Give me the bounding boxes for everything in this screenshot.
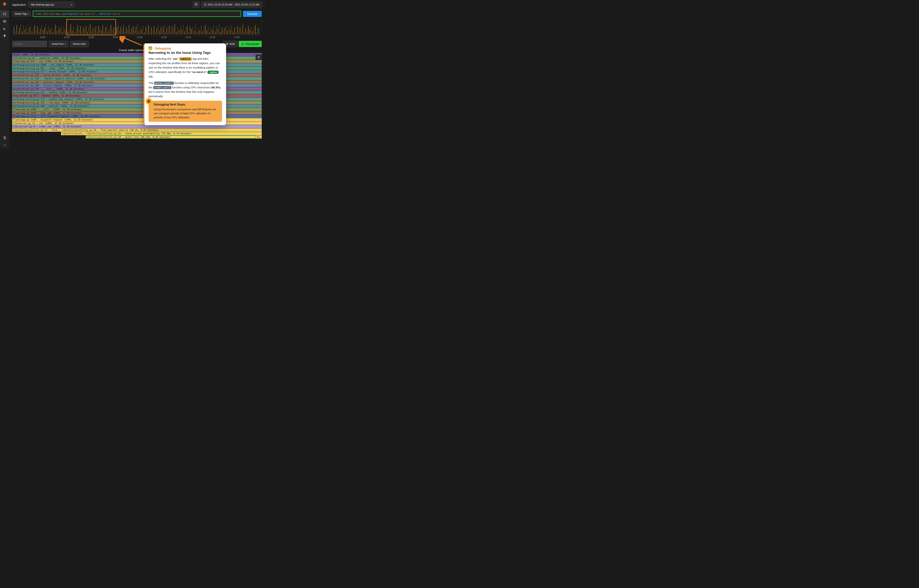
timeline-bar bbox=[14, 26, 14, 34]
timeline-bar bbox=[150, 31, 150, 34]
caret-down-icon: ▾ bbox=[27, 13, 29, 15]
timeline-bar bbox=[29, 27, 29, 34]
flame-frame[interactable]: lib/utility/utili bbox=[61, 132, 86, 135]
timeline-tick: 11:20 bbox=[225, 36, 249, 39]
timeline-bar bbox=[27, 32, 28, 34]
timeline-bar bbox=[204, 27, 204, 34]
timeline-bar bbox=[21, 24, 21, 34]
flame-frame[interactable]: lib/utility/utility.py:25 – check_driver… bbox=[86, 132, 262, 135]
timeline-bar bbox=[122, 29, 123, 34]
chart-icon[interactable] bbox=[0, 25, 9, 32]
svg-rect-1 bbox=[3, 20, 5, 23]
timeline-bar bbox=[110, 28, 110, 34]
timeline-bar bbox=[157, 28, 157, 34]
timeline-bar bbox=[245, 28, 246, 34]
timeline-bar bbox=[97, 31, 97, 34]
timeline-bar bbox=[211, 27, 211, 34]
flame-frame[interactable]: lib/ bbox=[256, 136, 262, 139]
timeline-bar bbox=[259, 29, 260, 34]
docs-icon[interactable] bbox=[0, 134, 9, 142]
timeline-bar bbox=[104, 32, 104, 34]
timeline-bar bbox=[216, 26, 217, 34]
timeline-bar bbox=[242, 24, 243, 34]
timeline-bar bbox=[118, 26, 118, 34]
timeline-bar bbox=[92, 31, 92, 34]
timeline-bar bbox=[99, 26, 99, 34]
timeline-bar bbox=[208, 26, 208, 34]
select-tag-dropdown[interactable]: Select Tag ▾ bbox=[12, 11, 31, 16]
reset-view-button[interactable]: Reset View bbox=[70, 41, 89, 47]
timeline-bar bbox=[60, 29, 60, 34]
timeline-bar bbox=[171, 31, 171, 34]
query-input[interactable]: ride-sharing-app.cpu{region="us-west-1",… bbox=[33, 11, 241, 17]
timeline-bar bbox=[227, 31, 228, 34]
timeline-bar bbox=[105, 27, 106, 34]
timeline-bar bbox=[22, 31, 23, 34]
timeline-bar bbox=[126, 27, 126, 34]
search-input[interactable] bbox=[12, 41, 47, 47]
timeline-bar bbox=[244, 32, 244, 34]
timeline-chart[interactable] bbox=[12, 19, 262, 35]
timeline-bar bbox=[191, 29, 192, 34]
single-view-icon[interactable] bbox=[0, 10, 9, 18]
timeline-bar bbox=[207, 30, 207, 34]
timeline-bar bbox=[58, 26, 59, 34]
timeline-bar bbox=[193, 27, 193, 34]
timeline-tick: 10:55 bbox=[103, 36, 128, 39]
flame-frame[interactable]: lib/utility/utility.py:10 – mutex_lock (… bbox=[86, 136, 256, 139]
timeline-bar bbox=[116, 27, 117, 34]
timeline-bar bbox=[37, 26, 38, 34]
timeline-bar bbox=[87, 32, 88, 34]
timeline-bar bbox=[172, 26, 172, 34]
app-select[interactable]: ride-sharing-app.cpu ▾ bbox=[28, 2, 74, 7]
flame-frame[interactable]: lib/car/car.py:4 – order_car (100%, 12.3… bbox=[12, 125, 262, 128]
timeline-bar bbox=[147, 28, 147, 34]
timeline-bar bbox=[183, 25, 183, 34]
flame-frame[interactable]: lib/utility/utility.py:32 – find_nea bbox=[12, 128, 61, 132]
timeline-bar bbox=[205, 25, 205, 34]
timeline-bar bbox=[93, 27, 93, 34]
timeline-bar bbox=[90, 24, 90, 34]
timeline-bar bbox=[222, 27, 222, 34]
svg-rect-9 bbox=[227, 43, 228, 45]
timeline-bar bbox=[144, 32, 144, 34]
execute-button[interactable]: Execute bbox=[243, 11, 262, 17]
timeline-bar bbox=[128, 29, 128, 34]
timeline-bar bbox=[76, 28, 77, 34]
timeline-bar bbox=[80, 26, 81, 34]
timeline-bar bbox=[86, 26, 86, 34]
view-flamegraph-button[interactable]: Flamegraph bbox=[239, 41, 262, 47]
timeline-bar bbox=[166, 27, 167, 34]
head-first-button[interactable]: Head First ▾ bbox=[49, 41, 68, 47]
svg-rect-3 bbox=[3, 145, 4, 145]
timerange-picker[interactable]: 2021-10-03 10:35 AM - 2021-10-03 11:22 A… bbox=[202, 2, 262, 7]
timeline-bar bbox=[65, 29, 65, 34]
timeline-bar bbox=[179, 30, 179, 34]
timeline-bar bbox=[230, 29, 231, 34]
timeline-bar bbox=[94, 29, 95, 34]
timeline-bar bbox=[252, 31, 253, 34]
timeline-bar bbox=[100, 28, 100, 34]
next-steps-body: Using Pyroscope's comparison and diff fe… bbox=[153, 107, 219, 119]
slack-icon[interactable] bbox=[0, 142, 9, 149]
vehicle-tag-badge: vehicle bbox=[179, 57, 192, 61]
timeline-bar bbox=[250, 29, 250, 34]
comparison-view-icon[interactable] bbox=[0, 18, 9, 25]
timeline-bar bbox=[159, 31, 160, 34]
timeline-bar bbox=[201, 26, 202, 34]
flame-frame[interactable]: lib/utility/utility.py:35 – find_nearest… bbox=[61, 128, 262, 132]
timeline-bar bbox=[165, 32, 165, 34]
timeline-bar bbox=[130, 32, 131, 34]
timeline-bar bbox=[39, 32, 39, 34]
callout-body-1: After selecting the "car" vehicle tag an… bbox=[149, 57, 222, 79]
timeline-wrap: 10:4010:4510:5010:5511:0011:0511:1011:15… bbox=[12, 19, 262, 39]
timeline-bar bbox=[255, 25, 255, 34]
timeline-bar bbox=[213, 26, 214, 34]
timeline-bar bbox=[82, 31, 82, 34]
alerts-icon[interactable] bbox=[0, 32, 9, 40]
flamegraph-menu-button[interactable]: ☰ bbox=[255, 54, 262, 60]
timeline-bar bbox=[190, 26, 190, 34]
timeline-bar bbox=[237, 26, 237, 34]
refresh-button[interactable] bbox=[193, 2, 200, 8]
timeline-bar bbox=[64, 27, 64, 34]
